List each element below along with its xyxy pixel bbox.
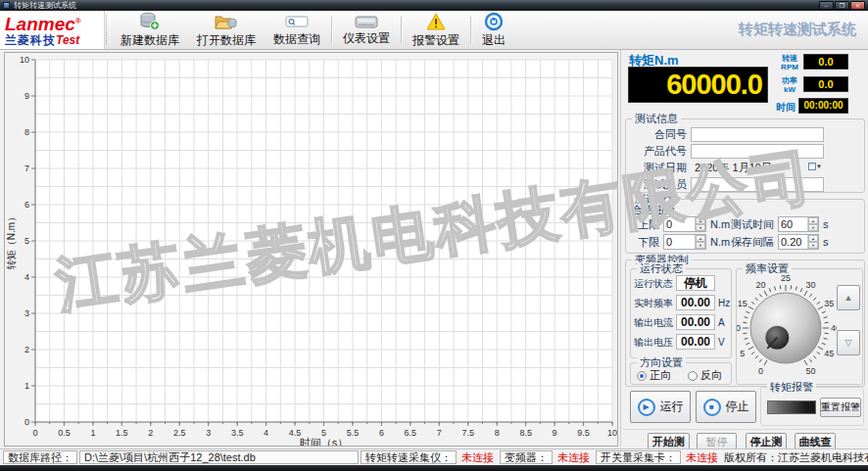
- power-display: 0.0: [803, 76, 848, 92]
- spinner-down-icon[interactable]: [696, 224, 705, 231]
- save-interval-value[interactable]: 0.20: [779, 235, 807, 249]
- svg-text:30: 30: [805, 280, 815, 290]
- test-date-value[interactable]: 2020年 1月10日: [695, 161, 772, 175]
- new-database-icon: [138, 12, 162, 31]
- lanmec-logo: Lanmec® 兰菱科技Test: [0, 11, 105, 49]
- tester-input[interactable]: [691, 177, 824, 192]
- spinner-buttons: [807, 235, 818, 249]
- frequency-knob[interactable]: 05101520253035404550: [737, 275, 837, 383]
- frequency-up-button[interactable]: ▲: [837, 285, 860, 310]
- svg-text:50: 50: [805, 366, 815, 376]
- svg-text:8: 8: [495, 428, 500, 438]
- collector-label: 转矩转速采集仪：: [361, 450, 457, 464]
- test-date-label: 测试日期: [630, 161, 687, 175]
- window-title: 转矩转速测试系统: [14, 1, 818, 11]
- svg-text:2.5: 2.5: [173, 428, 186, 438]
- radio-unselected-icon: [688, 371, 698, 381]
- exit-button[interactable]: 退出: [473, 11, 514, 49]
- speed-label-cn: 转速: [777, 54, 802, 63]
- svg-text:7: 7: [437, 428, 442, 438]
- svg-text:20: 20: [755, 280, 765, 290]
- svg-text:转矩（N.m）: 转矩（N.m）: [6, 212, 17, 269]
- svg-text:9: 9: [553, 428, 557, 438]
- run-state-value: 停机: [676, 275, 715, 291]
- product-code-label: 产品代号: [630, 144, 687, 159]
- svg-text:3.5: 3.5: [231, 428, 244, 438]
- spinner-up-icon[interactable]: [696, 235, 705, 242]
- toolbar-button-label: 新建数据库: [121, 32, 179, 49]
- svg-text:5.5: 5.5: [347, 428, 360, 438]
- data-query-button[interactable]: 数据查询: [265, 11, 329, 49]
- maximize-button[interactable]: ❐: [835, 1, 849, 10]
- save-interval-spinner[interactable]: 0.20: [778, 234, 819, 250]
- output-voltage-value: 00.00: [676, 334, 715, 350]
- spinner-down-icon[interactable]: [808, 224, 818, 231]
- svg-text:6: 6: [379, 428, 384, 438]
- open-database-button[interactable]: 打开数据库: [188, 11, 265, 49]
- svg-text:1: 1: [90, 428, 95, 438]
- run-button[interactable]: ▶ 运行: [630, 391, 691, 423]
- alarm-indicator-led: [767, 400, 816, 414]
- new-database-button[interactable]: 新建数据库: [112, 11, 188, 49]
- upper-limit-spinner[interactable]: 0: [663, 216, 706, 232]
- direction-group: 方向设置 正向 反向: [630, 362, 732, 385]
- torque-alarm-group: 转矩报警 重置报警: [760, 387, 864, 426]
- test-duration-label: 测试时间: [729, 217, 774, 232]
- power-label-cn: 功率: [777, 76, 802, 85]
- instrument-settings-button[interactable]: 仪表设置: [334, 11, 399, 49]
- spinner-up-icon[interactable]: [808, 235, 818, 242]
- toolbar-separator: [470, 17, 471, 43]
- svg-text:0.5: 0.5: [58, 428, 71, 438]
- svg-text:0: 0: [758, 366, 763, 376]
- svg-text:0: 0: [32, 428, 37, 438]
- reset-alarm-button[interactable]: 重置报警: [820, 398, 861, 417]
- spinner-buttons: [695, 217, 705, 231]
- spinner-buttons: [695, 235, 705, 249]
- date-picker-icon[interactable]: ▼: [808, 162, 824, 173]
- play-icon: ▶: [638, 399, 655, 416]
- product-code-input[interactable]: [691, 144, 824, 159]
- spinner-up-icon[interactable]: [696, 217, 705, 224]
- frequency-unit: Hz: [718, 296, 730, 310]
- contract-input[interactable]: [691, 127, 824, 142]
- power-unit: kW: [777, 85, 802, 94]
- speed-unit: RPM: [777, 63, 802, 71]
- svg-text:6.5: 6.5: [405, 428, 417, 438]
- spinner-up-icon[interactable]: [808, 217, 818, 224]
- minimize-button[interactable]: –: [819, 1, 834, 10]
- qualified-torque-label: 合格扭矩: [632, 203, 691, 217]
- alarm-settings-button[interactable]: 报警设置: [404, 11, 468, 49]
- spinner-down-icon[interactable]: [808, 242, 818, 249]
- stop-button[interactable]: ■ 停止: [696, 391, 756, 423]
- time-display: 00:00:00: [798, 98, 848, 114]
- inverter-status-label: 变频器：: [500, 450, 553, 464]
- realtime-frequency-value: 00.00: [676, 295, 715, 310]
- close-button[interactable]: ✕: [850, 1, 865, 10]
- frequency-down-button[interactable]: ▽: [837, 330, 860, 355]
- toolbar-button-label: 仪表设置: [343, 30, 390, 47]
- lower-limit-value[interactable]: 0: [664, 235, 695, 249]
- svg-text:时间（s）: 时间（s）: [300, 437, 349, 446]
- stop-icon: ■: [703, 399, 721, 416]
- title-bar: 转矩转速测试系统 – ❐ ✕: [0, 0, 868, 11]
- windows-taskbar: [0, 465, 868, 471]
- lower-limit-spinner[interactable]: 0: [663, 234, 706, 250]
- spinner-down-icon[interactable]: [696, 242, 705, 249]
- radio-selected-icon: [637, 371, 647, 381]
- power-display-label: 功率 kW: [777, 76, 802, 94]
- test-duration-unit: s: [823, 216, 829, 232]
- test-info-group: 测试信息 合同号 产品代号 测试日期 2020年 1月10日 ▼ 测试人员: [625, 118, 865, 193]
- db-path-label: 数据库路径：: [3, 450, 77, 464]
- test-duration-value[interactable]: 60: [779, 217, 807, 231]
- svg-text:0: 0: [24, 417, 29, 427]
- svg-text:10: 10: [737, 323, 741, 333]
- svg-text:9: 9: [24, 91, 29, 101]
- exit-icon: [482, 12, 506, 31]
- direction-reverse-radio[interactable]: 反向: [688, 368, 722, 383]
- upper-limit-unit: N.m: [710, 216, 730, 232]
- direction-forward-radio[interactable]: 正向: [637, 368, 671, 383]
- current-unit: A: [718, 315, 725, 330]
- test-duration-spinner[interactable]: 60: [778, 216, 819, 232]
- svg-text:9.5: 9.5: [577, 428, 590, 438]
- upper-limit-value[interactable]: 0: [664, 217, 695, 231]
